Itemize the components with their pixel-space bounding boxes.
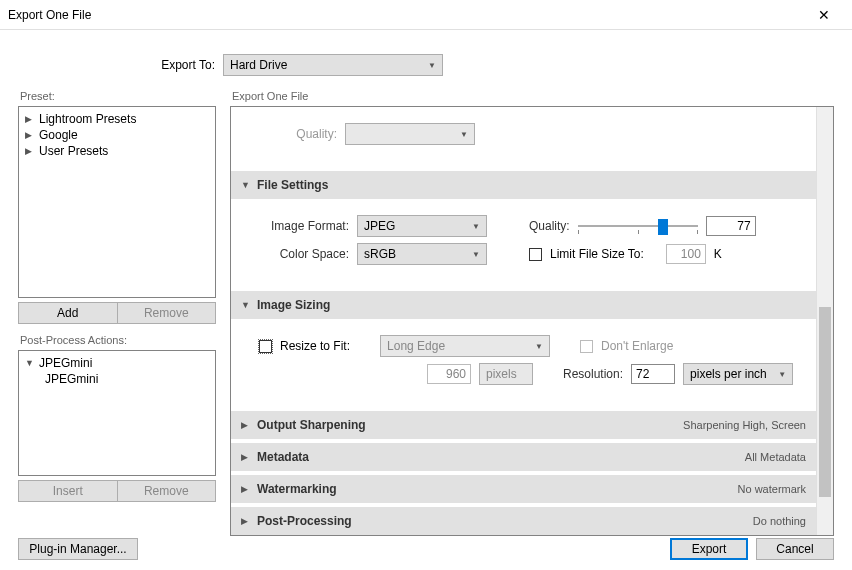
preset-remove-button[interactable]: Remove bbox=[118, 302, 217, 324]
scrollbar[interactable] bbox=[816, 107, 833, 535]
settings-scroll-area: Quality: ▼ ▼ File Settings Image Format: bbox=[230, 106, 834, 536]
triangle-right-icon: ▶ bbox=[241, 420, 251, 430]
right-header: Export One File bbox=[230, 90, 834, 106]
triangle-down-icon: ▼ bbox=[241, 180, 251, 190]
preset-list[interactable]: ▶ Lightroom Presets ▶ Google ▶ User Pres… bbox=[18, 106, 216, 298]
triangle-down-icon: ▼ bbox=[241, 300, 251, 310]
limit-filesize-label: Limit File Size To: bbox=[550, 247, 644, 261]
file-settings-header[interactable]: ▼ File Settings bbox=[231, 171, 816, 199]
chevron-down-icon: ▼ bbox=[535, 342, 543, 351]
triangle-right-icon: ▶ bbox=[241, 484, 251, 494]
triangle-down-icon: ▼ bbox=[25, 358, 33, 368]
triangle-right-icon: ▶ bbox=[241, 516, 251, 526]
resize-to-fit-label: Resize to Fit: bbox=[280, 339, 350, 353]
output-sharpening-summary: Sharpening High, Screen bbox=[683, 419, 806, 431]
dont-enlarge-checkbox bbox=[580, 340, 593, 353]
postprocess-group-jpegmini[interactable]: ▼ JPEGmini bbox=[25, 355, 209, 371]
quality-top-label: Quality: bbox=[241, 127, 337, 141]
watermarking-header[interactable]: ▶ Watermarking No watermark bbox=[231, 475, 816, 503]
chevron-down-icon: ▼ bbox=[472, 250, 480, 259]
postprocess-item-jpegmini[interactable]: JPEGmini bbox=[25, 371, 209, 387]
postprocess-insert-button[interactable]: Insert bbox=[18, 480, 118, 502]
export-to-label: Export To: bbox=[18, 58, 223, 72]
postprocess-label: Post-Process Actions: bbox=[18, 334, 216, 350]
chevron-down-icon: ▼ bbox=[778, 370, 786, 379]
cancel-button[interactable]: Cancel bbox=[756, 538, 834, 560]
dont-enlarge-label: Don't Enlarge bbox=[601, 339, 673, 353]
triangle-right-icon: ▶ bbox=[25, 130, 33, 140]
limit-filesize-input bbox=[666, 244, 706, 264]
preset-item-user[interactable]: ▶ User Presets bbox=[25, 143, 209, 159]
color-space-label: Color Space: bbox=[241, 247, 349, 261]
preset-item-lightroom[interactable]: ▶ Lightroom Presets bbox=[25, 111, 209, 127]
preset-add-button[interactable]: Add bbox=[18, 302, 118, 324]
resolution-label: Resolution: bbox=[563, 367, 623, 381]
image-format-label: Image Format: bbox=[241, 219, 349, 233]
chevron-down-icon: ▼ bbox=[428, 61, 436, 70]
close-icon[interactable]: ✕ bbox=[804, 7, 844, 23]
quality-input[interactable] bbox=[706, 216, 756, 236]
export-to-value: Hard Drive bbox=[230, 58, 287, 72]
quality-label: Quality: bbox=[529, 219, 570, 233]
dimension-unit-select: pixels bbox=[479, 363, 533, 385]
chevron-down-icon: ▼ bbox=[472, 222, 480, 231]
window-title: Export One File bbox=[8, 8, 804, 22]
preset-item-google[interactable]: ▶ Google bbox=[25, 127, 209, 143]
resize-to-fit-checkbox[interactable] bbox=[259, 340, 272, 353]
image-sizing-header[interactable]: ▼ Image Sizing bbox=[231, 291, 816, 319]
scrollbar-thumb[interactable] bbox=[819, 307, 831, 497]
plugin-manager-button[interactable]: Plug-in Manager... bbox=[18, 538, 138, 560]
watermarking-summary: No watermark bbox=[738, 483, 806, 495]
metadata-header[interactable]: ▶ Metadata All Metadata bbox=[231, 443, 816, 471]
triangle-right-icon: ▶ bbox=[25, 146, 33, 156]
image-format-select[interactable]: JPEG ▼ bbox=[357, 215, 487, 237]
postprocess-remove-button[interactable]: Remove bbox=[118, 480, 217, 502]
triangle-right-icon: ▶ bbox=[241, 452, 251, 462]
export-button[interactable]: Export bbox=[670, 538, 748, 560]
post-processing-header[interactable]: ▶ Post-Processing Do nothing bbox=[231, 507, 816, 535]
chevron-down-icon: ▼ bbox=[460, 130, 468, 139]
output-sharpening-header[interactable]: ▶ Output Sharpening Sharpening High, Scr… bbox=[231, 411, 816, 439]
quality-top-select: ▼ bbox=[345, 123, 475, 145]
color-space-select[interactable]: sRGB ▼ bbox=[357, 243, 487, 265]
postprocess-list[interactable]: ▼ JPEGmini JPEGmini bbox=[18, 350, 216, 476]
dimension-input bbox=[427, 364, 471, 384]
metadata-summary: All Metadata bbox=[745, 451, 806, 463]
limit-filesize-unit: K bbox=[714, 247, 722, 261]
limit-filesize-checkbox[interactable] bbox=[529, 248, 542, 261]
post-processing-summary: Do nothing bbox=[753, 515, 806, 527]
quality-slider[interactable] bbox=[578, 216, 698, 236]
triangle-right-icon: ▶ bbox=[25, 114, 33, 124]
export-to-select[interactable]: Hard Drive ▼ bbox=[223, 54, 443, 76]
resolution-input[interactable] bbox=[631, 364, 675, 384]
preset-label: Preset: bbox=[18, 90, 216, 106]
resize-to-fit-select: Long Edge ▼ bbox=[380, 335, 550, 357]
resolution-unit-select[interactable]: pixels per inch ▼ bbox=[683, 363, 793, 385]
